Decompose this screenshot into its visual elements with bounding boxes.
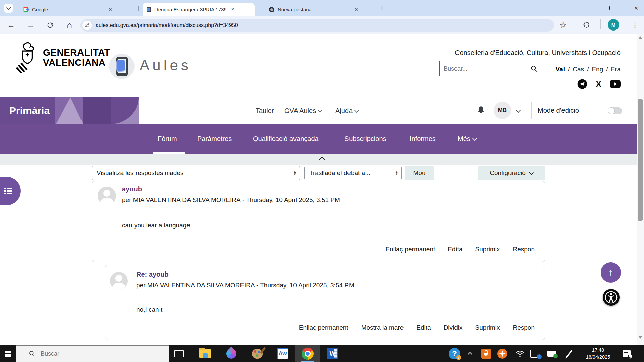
tab-search-button[interactable] <box>4 4 13 13</box>
avatar[interactable] <box>110 272 128 290</box>
file-explorer-button[interactable] <box>193 345 218 362</box>
edit-link[interactable]: Edita <box>448 246 462 253</box>
split-link[interactable]: Dividix <box>444 324 463 331</box>
paint3d-button[interactable] <box>219 345 244 362</box>
taskbar-search-input[interactable] <box>40 350 152 358</box>
search-icon <box>530 65 538 72</box>
forward-button[interactable]: → <box>25 19 36 31</box>
user-avatar[interactable]: MB <box>494 102 511 119</box>
nav-tab-qualificacio[interactable]: Qualificació avançada <box>253 124 319 154</box>
notification-center-button[interactable] <box>620 345 633 362</box>
header-search-button[interactable] <box>526 61 542 76</box>
notifications-bell-icon[interactable] <box>477 105 485 116</box>
lang-eng[interactable]: Eng <box>592 66 603 73</box>
header-search-input[interactable] <box>440 61 526 76</box>
scroll-to-top-button[interactable]: ↑ <box>601 262 621 283</box>
chevron-down-icon <box>318 108 322 112</box>
x-twitter-icon[interactable]: X <box>596 80 601 88</box>
tray-energy-monitor[interactable] <box>546 345 558 362</box>
nav-tab-informes[interactable]: Informes <box>410 124 436 154</box>
tab-title: Nueva pestaña <box>278 7 350 12</box>
activinspire-button[interactable]: Aw <box>270 345 296 362</box>
course-index-drawer-toggle[interactable] <box>0 177 21 205</box>
back-button[interactable]: ← <box>5 19 17 31</box>
delete-link[interactable]: Suprimix <box>475 246 500 253</box>
taskbar-search-box[interactable] <box>16 345 169 362</box>
settings-button[interactable]: Configuració <box>478 166 545 180</box>
help-icon: ? <box>449 348 460 359</box>
browser-menu-icon[interactable]: ⋮ <box>629 19 641 31</box>
move-button[interactable]: Mou <box>405 166 434 180</box>
tray-antivirus[interactable] <box>496 345 508 362</box>
word-button[interactable]: W <box>320 345 345 362</box>
task-view-button[interactable] <box>169 345 189 362</box>
address-bar[interactable]: aules.edu.gva.es/primaria/mod/forum/disc… <box>80 19 554 32</box>
menu-tauler[interactable]: Tauler <box>256 106 274 115</box>
bookmark-star-icon[interactable]: ☆ <box>557 19 569 31</box>
tab-close-icon[interactable]: × <box>107 6 113 13</box>
menu-ajuda[interactable]: Ajuda <box>335 106 358 115</box>
home-button[interactable]: ⌂ <box>64 19 75 31</box>
extensions-icon[interactable] <box>581 19 592 31</box>
aw-app-icon: Aw <box>277 348 288 359</box>
tray-java-update[interactable] <box>480 345 492 362</box>
browser-tab-new[interactable]: Nueva pestaña × <box>265 3 373 16</box>
scrollbar-up-arrow[interactable] <box>638 36 642 39</box>
scrollbar-down-arrow[interactable] <box>638 336 642 339</box>
browser-tab-google[interactable]: Google × <box>19 3 131 16</box>
taskbar-clock[interactable]: 17:48 16/04/2025 <box>584 347 612 361</box>
nav-label: Qualificació avançada <box>253 135 319 143</box>
nav-tab-forum[interactable]: Fòrum <box>158 124 177 154</box>
reply-link[interactable]: Respon <box>513 246 535 253</box>
collapse-strip[interactable] <box>0 154 644 165</box>
accessibility-widget-button[interactable] <box>603 289 620 306</box>
lang-separator: / <box>568 66 570 73</box>
lang-separator: / <box>587 66 589 73</box>
permalink-link[interactable]: Enllaç permanent <box>299 324 348 331</box>
chrome-button-active[interactable] <box>295 345 320 362</box>
reply-link[interactable]: Respon <box>513 324 535 331</box>
tray-wifi[interactable] <box>514 345 526 362</box>
browser-tab-strip: Google × Llengua Estrangera-3PRIA 1739 ×… <box>0 0 644 16</box>
site-settings-icon[interactable] <box>82 21 92 30</box>
delete-link[interactable]: Suprimix <box>475 324 500 331</box>
profile-avatar[interactable]: M <box>608 19 619 31</box>
tray-show-hidden-icons[interactable] <box>465 345 475 362</box>
move-discussion-select[interactable]: Trasllada el debat a... ▲▼ <box>304 166 402 180</box>
user-menu-chevron-icon[interactable] <box>516 108 521 113</box>
browser-tab-aules[interactable]: Llengua Estrangera-3PRIA 1739 × <box>143 3 255 16</box>
window-close-button[interactable]: × <box>629 0 644 16</box>
nav-tab-subscripcions[interactable]: Subscripcions <box>344 124 386 154</box>
permalink-link[interactable]: Enllaç permanent <box>385 246 435 253</box>
edit-mode-toggle[interactable] <box>608 107 622 114</box>
show-parent-link[interactable]: Mostra la mare <box>361 324 404 331</box>
scrollbar-thumb[interactable] <box>638 99 643 221</box>
lang-val[interactable]: Val <box>556 66 565 73</box>
post-title[interactable]: Re: ayoub <box>136 270 169 278</box>
start-button[interactable] <box>0 345 16 362</box>
paint-button[interactable] <box>245 345 270 362</box>
new-tab-button[interactable]: + <box>377 3 387 13</box>
lang-cas[interactable]: Cas <box>573 66 584 73</box>
tray-help-button[interactable]: ? <box>448 345 461 362</box>
telegram-icon[interactable] <box>577 79 587 89</box>
edit-link[interactable]: Edita <box>416 324 431 331</box>
youtube-icon[interactable] <box>610 80 621 88</box>
nav-tab-parametres[interactable]: Paràmetres <box>197 124 232 154</box>
tab-close-icon[interactable]: × <box>230 6 236 13</box>
tab-close-icon[interactable]: × <box>353 6 359 13</box>
reload-button[interactable] <box>44 19 56 31</box>
post-title[interactable]: ayoub <box>122 185 142 193</box>
tray-connect-display[interactable] <box>529 345 541 362</box>
edit-mode-label: Mode d'edició <box>538 107 579 114</box>
display-mode-select[interactable]: Visualitza les respostes niades ▲▼ <box>92 166 300 180</box>
menu-gva-aules[interactable]: GVA Aules <box>284 106 322 115</box>
nav-tab-mes[interactable]: Més <box>458 124 476 154</box>
nav-label: Informes <box>410 135 436 143</box>
lang-fra[interactable]: Fra <box>611 66 621 73</box>
window-minimize-button[interactable] <box>578 0 593 16</box>
header-search-box[interactable] <box>439 61 526 76</box>
window-restore-button[interactable] <box>604 0 619 16</box>
avatar[interactable] <box>98 187 116 205</box>
tray-windows-ink[interactable] <box>564 345 574 362</box>
